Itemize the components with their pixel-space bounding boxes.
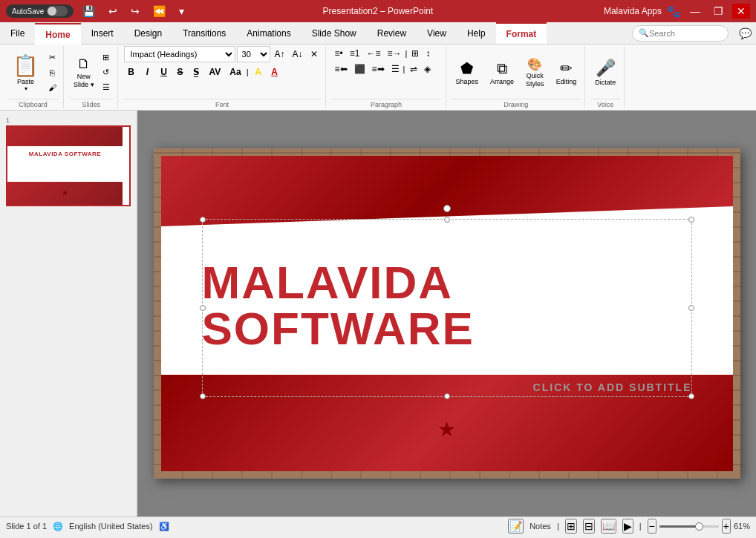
arrange-label: Arrange: [490, 78, 514, 85]
accessibility-icon[interactable]: ♿: [159, 522, 169, 531]
zoom-in-button[interactable]: +: [722, 519, 731, 534]
zoom-slider-thumb[interactable]: [695, 522, 703, 531]
slides-content: 🗋 New Slide ▾ ⊞ ↺ ☰: [70, 46, 113, 99]
help-comments-button[interactable]: 💬: [734, 26, 756, 41]
tab-slideshow[interactable]: Slide Show: [302, 22, 367, 44]
title-textbox[interactable]: [202, 219, 692, 397]
char-spacing-button[interactable]: AV: [206, 65, 225, 79]
format-painter-button[interactable]: 🖌: [45, 81, 59, 94]
minimize-button[interactable]: —: [685, 4, 705, 19]
text-direction-button[interactable]: ⇌: [407, 62, 420, 76]
font-family-select[interactable]: Impact (Headings): [124, 46, 235, 62]
tab-file[interactable]: File: [0, 22, 35, 44]
shapes-button[interactable]: ⬟ Shapes: [452, 57, 483, 88]
notes-label[interactable]: Notes: [529, 522, 551, 531]
presentation-view-button[interactable]: ▶: [622, 519, 633, 534]
handle-ml[interactable]: [200, 305, 206, 311]
cut-button[interactable]: ✂: [45, 51, 59, 65]
smartart-button[interactable]: ◈: [421, 62, 434, 76]
slide-section-button[interactable]: ☰: [100, 81, 113, 94]
zoom-out-button[interactable]: −: [648, 519, 656, 534]
replay-button[interactable]: ⏪: [149, 4, 170, 19]
tab-help[interactable]: Help: [457, 22, 496, 44]
new-slide-button[interactable]: 🗋 New Slide ▾: [70, 54, 98, 91]
slide-reset-button[interactable]: ↺: [100, 66, 113, 79]
zoom-slider-fill: [659, 525, 696, 528]
save-button[interactable]: 💾: [78, 4, 100, 19]
undo-button[interactable]: ↩: [104, 4, 122, 19]
case-button[interactable]: Aa: [226, 65, 244, 79]
editing-icon: ✏: [560, 59, 573, 77]
justify-button[interactable]: ☰: [388, 62, 403, 76]
slide-layout-button[interactable]: ⊞: [100, 51, 113, 65]
normal-view-button[interactable]: ⊞: [565, 519, 577, 534]
handle-tr[interactable]: [688, 217, 694, 223]
align-left-button[interactable]: ≡⬅: [332, 62, 351, 76]
line-spacing-button[interactable]: ↕: [423, 46, 433, 61]
handle-mr[interactable]: [688, 305, 694, 311]
canvas-area[interactable]: ★ MALAVIDA SOFTWARE CLICK TO ADD SUBTITL…: [137, 111, 756, 516]
tab-review[interactable]: Review: [367, 22, 417, 44]
underline-button[interactable]: U: [157, 65, 172, 79]
slide-container[interactable]: ★ MALAVIDA SOFTWARE CLICK TO ADD SUBTITL…: [154, 148, 740, 479]
paste-button[interactable]: 📋 Paste ▾: [7, 51, 44, 94]
close-button[interactable]: ✕: [732, 4, 750, 19]
zoom-slider[interactable]: [659, 525, 719, 528]
slide-body[interactable]: ★ MALAVIDA SOFTWARE CLICK TO ADD SUBTITL…: [161, 156, 733, 471]
search-box[interactable]: 🔍: [632, 25, 729, 42]
more-options-button[interactable]: ▾: [175, 4, 189, 19]
align-center-button[interactable]: ⬛: [351, 62, 368, 76]
paste-label: Paste: [17, 78, 34, 85]
notes-button[interactable]: 📝: [508, 519, 524, 534]
increase-font-button[interactable]: A↑: [272, 47, 288, 61]
dictate-button[interactable]: 🎤 Dictate: [591, 56, 619, 88]
slide-thumbnail-1[interactable]: ★ MALAVIDA SOFTWARE: [6, 125, 131, 206]
align-right-button[interactable]: ≡➡: [369, 62, 388, 76]
handle-bl[interactable]: [200, 393, 206, 399]
columns-button[interactable]: ⊞: [408, 46, 422, 61]
strikethrough-button[interactable]: S: [173, 65, 188, 79]
quick-styles-label: Quick: [527, 72, 544, 79]
slide-number: 1: [6, 117, 131, 124]
slide-sorter-button[interactable]: ⊟: [583, 519, 595, 534]
tab-format[interactable]: Format: [496, 22, 547, 44]
tab-home[interactable]: Home: [35, 23, 80, 45]
autosave-toggle[interactable]: [47, 6, 68, 16]
status-right: 📝 Notes | ⊞ ⊟ 📖 ▶ | − + 61%: [508, 519, 750, 534]
tab-design[interactable]: Design: [124, 22, 172, 44]
slides-options: ⊞ ↺ ☰: [100, 51, 113, 94]
shapes-icon: ⬟: [460, 59, 473, 77]
tab-view[interactable]: View: [417, 22, 457, 44]
editing-button[interactable]: ✏ Editing: [553, 57, 581, 88]
decrease-indent-button[interactable]: ←≡: [363, 46, 383, 61]
bold-button[interactable]: B: [124, 65, 139, 79]
shadow-button[interactable]: S̲: [189, 65, 204, 79]
clear-format-button[interactable]: ✕: [307, 47, 321, 61]
reading-view-button[interactable]: 📖: [601, 519, 616, 534]
restore-button[interactable]: ❐: [709, 4, 728, 19]
slide-info: Slide 1 of 1: [6, 522, 47, 531]
tab-transitions[interactable]: Transitions: [172, 22, 236, 44]
bullets-button[interactable]: ≡•: [332, 46, 346, 61]
arrange-button[interactable]: ⧉ Arrange: [486, 58, 518, 88]
tab-insert[interactable]: Insert: [81, 22, 124, 44]
numbered-button[interactable]: ≡1: [347, 46, 363, 61]
font-size-select[interactable]: 30: [237, 46, 270, 62]
handle-br[interactable]: [688, 393, 694, 399]
copy-button[interactable]: ⎘: [45, 66, 59, 79]
highlight-color-button[interactable]: A: [251, 65, 266, 79]
handle-tm[interactable]: [444, 217, 450, 223]
search-input[interactable]: [649, 29, 722, 38]
italic-button[interactable]: I: [140, 65, 155, 79]
decrease-font-button[interactable]: A↓: [290, 47, 306, 61]
font-color-button[interactable]: A: [267, 65, 282, 79]
quick-styles-button[interactable]: 🎨 Quick Styles: [522, 55, 548, 90]
redo-button[interactable]: ↪: [126, 4, 144, 19]
handle-bm[interactable]: [444, 393, 450, 399]
language-label: English (United States): [69, 522, 153, 531]
handle-tl[interactable]: [200, 217, 206, 223]
rotate-handle[interactable]: [443, 205, 451, 212]
tab-animations[interactable]: Animations: [236, 22, 301, 44]
group-font: Impact (Headings) 30 A↑ A↓ ✕ B I U S S̲ …: [120, 46, 326, 108]
increase-indent-button[interactable]: ≡→: [384, 46, 404, 61]
